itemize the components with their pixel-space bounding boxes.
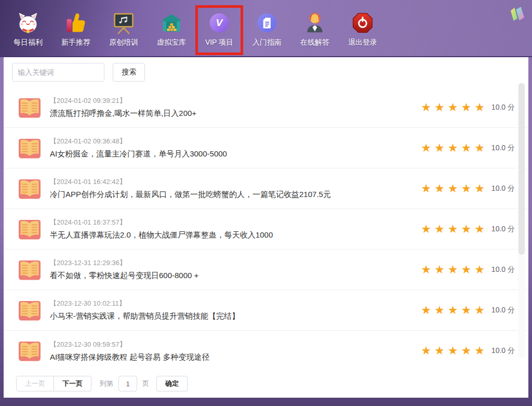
star-icon: ★ — [448, 182, 458, 195]
star-icon: ★ — [448, 222, 458, 235]
nav-item-blackboard[interactable]: 原创培训 — [100, 5, 148, 55]
page-suffix-label: 页 — [142, 379, 149, 388]
star-rating: ★★★★★ 10.0 分 — [421, 142, 515, 154]
star-icon: ★ — [474, 141, 485, 154]
item-score: 10.0 分 — [491, 103, 515, 112]
star-icon: ★ — [448, 101, 458, 114]
item-score: 10.0 分 — [491, 143, 515, 153]
star-icon: ★ — [461, 101, 471, 114]
item-date: 【2023-12-30 10:02:11】 — [50, 299, 240, 308]
item-title[interactable]: AI猫咪穿搭保姆级教程 起号容易 多种变现途径 — [50, 352, 210, 362]
scrollbar-thumb[interactable] — [518, 83, 525, 255]
page-number-input[interactable] — [118, 376, 137, 391]
star-icon: ★ — [461, 141, 471, 154]
nav-item-support[interactable]: 在线解答 — [291, 5, 339, 55]
item-title[interactable]: 半无人直播弹幕玩法2.0，植物大战僵尸弹幕整蛊，每天收入1000 — [50, 230, 273, 240]
pagination: 上一页 下一页 到第 页 确定 — [4, 371, 528, 391]
star-rating: ★★★★★ 10.0 分 — [421, 305, 515, 316]
list-item[interactable]: 【2023-12-30 10:02:11】 小马宋-营销实践课，帮助营销员提升营… — [4, 290, 528, 331]
top-nav-bar: 每日福利 新手推荐 原创培训 虚拟宝库 V VIP 项目 入门指南 在线解答 退… — [0, 0, 532, 57]
item-title[interactable]: 小马宋-营销实践课，帮助营销员提升营销技能【完结】 — [50, 311, 240, 321]
star-rating: ★★★★★ 10.0 分 — [421, 183, 515, 194]
star-rating: ★★★★★ 10.0 分 — [421, 264, 515, 276]
star-icon: ★ — [448, 344, 458, 357]
star-icon: ★ — [448, 263, 458, 276]
book-icon — [16, 339, 43, 362]
item-date: 【2023-12-30 09:59:57】 — [50, 340, 210, 349]
star-icon: ★ — [434, 101, 445, 114]
item-title[interactable]: AI女粉掘金，流量主冷门赛道，单号月入3000-5000 — [50, 149, 227, 159]
star-icon: ★ — [434, 141, 445, 154]
search-input[interactable] — [12, 63, 104, 82]
nav-item-thumbs-up[interactable]: 新手推荐 — [52, 5, 100, 55]
treasure-icon — [160, 11, 183, 34]
star-icon: ★ — [474, 304, 485, 317]
item-date: 【2023-12-31 12:29:36】 — [50, 258, 198, 268]
book-icon — [16, 177, 43, 200]
star-icon: ★ — [474, 101, 485, 114]
star-icon: ★ — [434, 222, 445, 235]
star-icon: ★ — [421, 263, 431, 276]
nav-item-treasure[interactable]: 虚拟宝库 — [148, 5, 195, 55]
scrollbar-track[interactable] — [518, 82, 525, 359]
goto-page-label: 到第 — [100, 379, 113, 388]
page: 每日福利 新手推荐 原创培训 虚拟宝库 V VIP 项目 入门指南 在线解答 退… — [0, 0, 532, 57]
star-icon: ★ — [474, 344, 485, 357]
star-icon: ★ — [474, 182, 485, 195]
thumbs-up-icon — [64, 11, 87, 34]
item-title[interactable]: 冷门APP创作分成计划，最新风口，做第一批吃螃蟹的人，一篇笔记收益2107.5元 — [50, 190, 331, 200]
book-icon — [16, 96, 43, 119]
nav-items: 每日福利 新手推荐 原创培训 虚拟宝库 V VIP 项目 入门指南 在线解答 退… — [0, 0, 532, 55]
item-score: 10.0 分 — [491, 225, 515, 234]
nav-item-vip[interactable]: V VIP 项目 — [195, 5, 243, 55]
vip-icon: V — [208, 11, 231, 34]
search-button[interactable]: 搜索 — [113, 63, 145, 82]
star-icon: ★ — [474, 263, 485, 276]
prev-page-button[interactable]: 上一页 — [16, 376, 54, 391]
star-icon: ★ — [434, 304, 445, 317]
star-rating: ★★★★★ 10.0 分 — [421, 102, 515, 113]
star-icon: ★ — [461, 182, 471, 195]
item-score: 10.0 分 — [491, 306, 515, 315]
star-icon: ★ — [421, 101, 431, 114]
search-bar: 搜索 — [4, 57, 528, 87]
item-date: 【2024-01-02 09:39:21】 — [50, 96, 196, 106]
list-item[interactable]: 【2023-12-31 12:29:36】 看不如做，零粉快速起号变现日600-… — [4, 250, 528, 290]
star-icon: ★ — [434, 182, 445, 195]
list-item[interactable]: 【2024-01-02 09:36:48】 AI女粉掘金，流量主冷门赛道，单号月… — [4, 128, 528, 168]
star-icon: ★ — [474, 222, 485, 235]
item-title[interactable]: 看不如做，零粉快速起号变现日600-8000 + — [50, 271, 198, 281]
list-item[interactable]: 【2023-12-30 09:59:57】 AI猫咪穿搭保姆级教程 起号容易 多… — [4, 331, 528, 371]
next-page-button[interactable]: 下一页 — [54, 376, 91, 391]
list-item[interactable]: 【2024-01-02 09:39:21】 漂流瓶打招呼撸金,喝水一样简单,日入… — [4, 87, 528, 128]
confirm-page-button[interactable]: 确定 — [156, 376, 188, 391]
nav-item-lucky-cat[interactable]: 每日福利 — [4, 5, 52, 55]
support-icon — [303, 11, 326, 34]
item-score: 10.0 分 — [491, 346, 515, 356]
book-icon — [16, 258, 43, 281]
nav-item-logout[interactable]: 退出登录 — [339, 5, 387, 55]
book-icon — [16, 218, 43, 241]
blackboard-icon — [112, 11, 135, 34]
star-icon: ★ — [461, 304, 471, 317]
svg-text:V: V — [216, 17, 224, 28]
star-icon: ★ — [461, 344, 471, 357]
star-icon: ★ — [448, 141, 458, 154]
list-item[interactable]: 【2024-01-01 16:37:57】 半无人直播弹幕玩法2.0，植物大战僵… — [4, 209, 528, 250]
item-score: 10.0 分 — [491, 265, 515, 274]
star-icon: ★ — [421, 182, 431, 195]
nav-item-guide[interactable]: 入门指南 — [243, 5, 291, 55]
star-icon: ★ — [434, 344, 445, 357]
item-title[interactable]: 漂流瓶打招呼撸金,喝水一样简单,日入200+ — [50, 109, 196, 119]
book-icon — [16, 137, 43, 160]
star-icon: ★ — [461, 222, 471, 235]
star-icon: ★ — [421, 222, 431, 235]
star-icon: ★ — [448, 304, 458, 317]
star-icon: ★ — [421, 304, 431, 317]
item-date: 【2024-01-01 16:42:42】 — [50, 177, 331, 187]
book-icon — [16, 299, 43, 322]
item-score: 10.0 分 — [491, 184, 515, 193]
brand-logo-icon — [509, 7, 526, 21]
lucky-cat-icon — [17, 11, 39, 34]
list-item[interactable]: 【2024-01-01 16:42:42】 冷门APP创作分成计划，最新风口，做… — [4, 168, 528, 209]
